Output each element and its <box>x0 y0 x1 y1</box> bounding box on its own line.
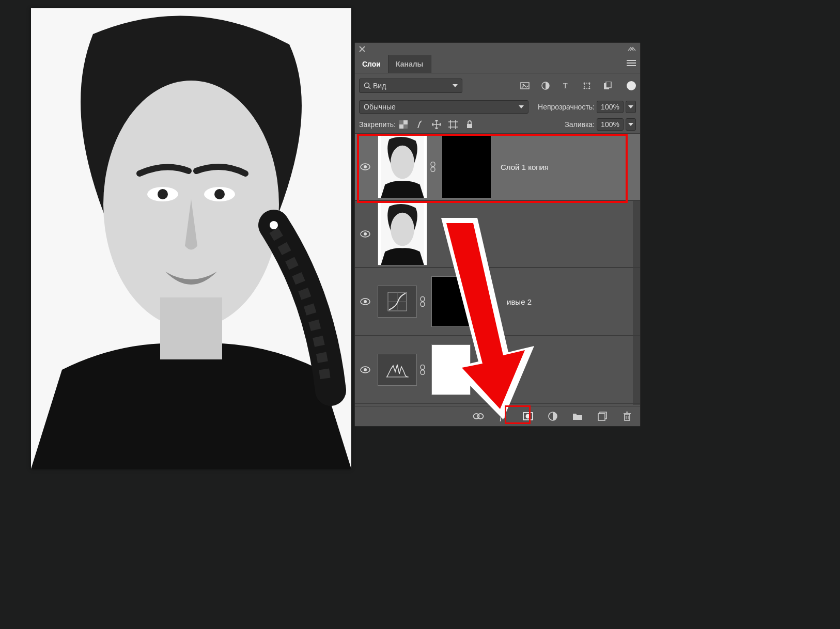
svg-rect-31 <box>450 122 456 127</box>
svg-rect-69 <box>625 414 630 420</box>
close-icon[interactable] <box>359 46 365 52</box>
panel-menu-icon[interactable] <box>627 59 636 67</box>
fill-value[interactable]: 100% <box>597 118 624 131</box>
blend-mode-select[interactable]: Обычные <box>359 100 528 114</box>
link-layers-icon[interactable] <box>473 411 484 422</box>
tab-channels[interactable]: Каналы <box>388 55 431 73</box>
new-layer-icon[interactable] <box>597 411 608 422</box>
svg-rect-28 <box>403 124 408 129</box>
delete-icon[interactable] <box>621 411 633 422</box>
svg-point-48 <box>364 232 367 235</box>
svg-point-52 <box>364 300 367 303</box>
link-icon[interactable] <box>417 365 428 375</box>
layer-row[interactable]: Уровни 1 <box>355 336 640 404</box>
layer-row[interactable]: ивые 2 <box>355 268 640 336</box>
svg-point-45 <box>431 162 435 167</box>
link-icon[interactable] <box>427 162 439 172</box>
opacity-chevron[interactable] <box>626 101 636 113</box>
layer-mask-thumbnail[interactable] <box>442 135 491 198</box>
search-icon <box>364 82 371 89</box>
svg-point-13 <box>365 83 369 88</box>
svg-rect-68 <box>598 414 605 420</box>
svg-point-44 <box>391 146 414 179</box>
svg-point-50 <box>391 213 414 246</box>
levels-icon[interactable] <box>378 354 417 386</box>
layers-panel: Слои Каналы Вид T Обычные Непрозрачн <box>354 42 641 427</box>
curves-icon[interactable] <box>378 286 417 318</box>
svg-point-7 <box>270 221 278 229</box>
svg-point-57 <box>421 302 425 307</box>
link-icon[interactable] <box>417 296 428 307</box>
canvas-image <box>31 8 351 469</box>
svg-rect-19 <box>584 83 589 88</box>
svg-point-46 <box>431 167 435 172</box>
opacity-label: Непрозрачность: <box>538 103 595 111</box>
layer-thumbnail[interactable] <box>378 135 427 198</box>
filter-adjust-icon[interactable] <box>541 81 550 90</box>
collapse-icon[interactable] <box>628 46 636 52</box>
filter-type-label: Вид <box>373 82 453 90</box>
chevron-down-icon <box>519 105 524 108</box>
svg-point-22 <box>584 88 585 89</box>
svg-point-20 <box>584 83 585 84</box>
filter-pixel-icon[interactable] <box>520 81 530 90</box>
svg-point-6 <box>214 189 225 199</box>
adjustment-layer-icon[interactable] <box>547 411 558 422</box>
filter-type-text-icon[interactable]: T <box>562 81 571 90</box>
blend-mode-label: Обычные <box>364 103 396 111</box>
filter-toggle[interactable] <box>627 81 636 90</box>
fill-chevron[interactable] <box>626 118 636 131</box>
chevron-down-icon <box>453 84 458 87</box>
svg-point-64 <box>478 414 484 419</box>
layer-mask-thumbnail[interactable] <box>431 276 471 327</box>
svg-point-59 <box>364 368 367 371</box>
lock-position-icon[interactable] <box>432 120 441 129</box>
fill-label: Заливка: <box>565 120 595 129</box>
svg-rect-2 <box>160 297 222 359</box>
svg-point-61 <box>421 365 425 370</box>
layer-name[interactable]: Уровни 1 <box>480 366 512 374</box>
visibility-toggle[interactable] <box>358 230 372 238</box>
visibility-toggle[interactable] <box>358 163 372 170</box>
svg-point-21 <box>589 83 590 84</box>
svg-line-14 <box>369 87 371 89</box>
svg-point-42 <box>364 165 367 168</box>
mask-button-highlight <box>505 405 531 424</box>
layer-name[interactable]: Слой 1 копия <box>501 163 549 171</box>
visibility-toggle[interactable] <box>358 298 372 305</box>
opacity-value[interactable]: 100% <box>597 101 624 113</box>
lock-label: Закрепить: <box>359 120 396 129</box>
lock-transparency-icon[interactable] <box>399 120 408 129</box>
layer-row[interactable]: Слой 1 копия <box>355 133 640 200</box>
svg-rect-40 <box>467 124 472 128</box>
svg-rect-27 <box>399 120 403 124</box>
tab-layers[interactable]: Слои <box>355 55 388 73</box>
lock-all-icon[interactable] <box>465 120 474 129</box>
filter-shape-icon[interactable] <box>582 81 592 90</box>
layers-list: Слой 1 копия ивые 2 <box>355 133 640 405</box>
tab-layers-label: Слои <box>362 60 381 68</box>
layer-row[interactable] <box>355 200 640 268</box>
layer-mask-thumbnail[interactable] <box>431 344 471 395</box>
filter-smart-icon[interactable] <box>603 81 612 90</box>
lock-pixels-icon[interactable] <box>415 120 425 129</box>
lock-artboard-icon[interactable] <box>448 120 458 129</box>
svg-text:T: T <box>563 82 568 89</box>
group-icon[interactable] <box>572 411 583 422</box>
visibility-toggle[interactable] <box>358 366 372 373</box>
layer-name[interactable]: ивые 2 <box>507 297 532 306</box>
svg-point-23 <box>589 88 590 89</box>
svg-point-62 <box>421 370 425 375</box>
layers-footer: fx <box>355 406 640 426</box>
layer-thumbnail[interactable] <box>378 202 427 265</box>
svg-rect-25 <box>606 82 611 88</box>
filter-type-select[interactable]: Вид <box>359 78 462 93</box>
tab-channels-label: Каналы <box>396 60 424 68</box>
svg-point-56 <box>421 297 425 302</box>
svg-point-5 <box>158 189 168 199</box>
